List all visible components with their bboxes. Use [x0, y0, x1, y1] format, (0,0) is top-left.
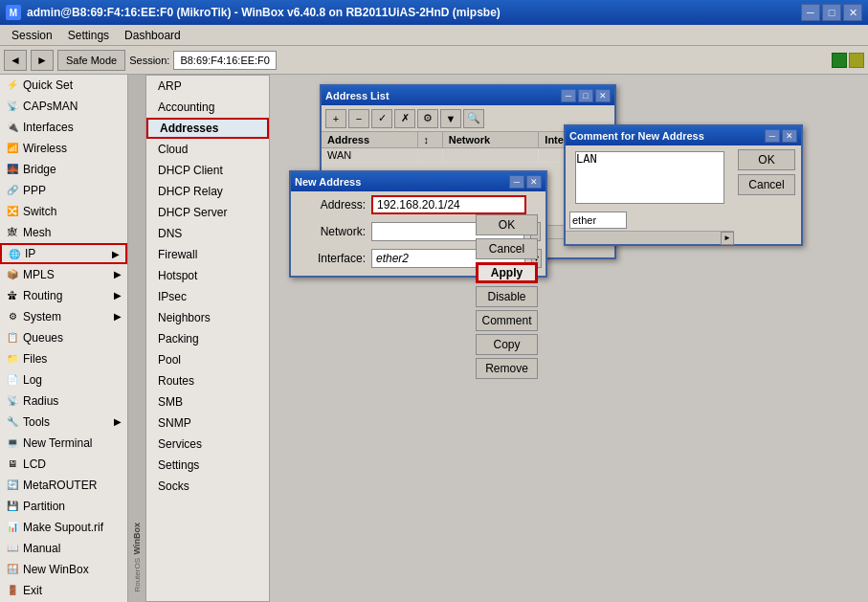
sidebar-item-new-terminal[interactable]: 💻 New Terminal [0, 433, 127, 454]
address-list-title-bar[interactable]: Address List ─ □ ✕ [322, 86, 614, 105]
minimize-button[interactable]: ─ [801, 4, 820, 21]
sidebar-item-new-winbox[interactable]: 🪟 New WinBox [0, 559, 127, 580]
sidebar-item-log[interactable]: 📄 Log [0, 369, 127, 390]
menu-dashboard[interactable]: Dashboard [117, 27, 189, 44]
new-address-title: New Address [295, 176, 361, 188]
addr-search-btn[interactable]: 🔍 [463, 109, 484, 128]
sidebar-item-mesh[interactable]: 🕸 Mesh [0, 222, 127, 243]
comment-scrollbar[interactable]: ► [566, 231, 734, 244]
menu-settings[interactable]: Settings [60, 27, 117, 44]
sidebar-item-queues[interactable]: 📋 Queues [0, 327, 127, 348]
sidebar-item-bridge[interactable]: 🌉 Bridge [0, 159, 127, 180]
disable-button[interactable]: Disable [476, 286, 538, 307]
addr-settings-btn[interactable]: ⚙ [417, 109, 438, 128]
session-label: Session: [129, 55, 169, 66]
submenu-accounting[interactable]: Accounting [146, 97, 269, 118]
submenu-pool[interactable]: Pool [146, 349, 269, 370]
sidebar-item-mpls[interactable]: 📦 MPLS ▶ [0, 264, 127, 285]
copy-button[interactable]: Copy [476, 334, 538, 355]
submenu-socks[interactable]: Socks [146, 476, 269, 497]
sidebar-item-metarouter[interactable]: 🔄 MetaROUTER [0, 475, 127, 496]
submenu-dhcp-server[interactable]: DHCP Server [146, 202, 269, 223]
comment-close-btn[interactable]: ✕ [782, 129, 797, 143]
submenu-addresses[interactable]: Addresses [146, 118, 269, 139]
submenu-pool-label: Pool [158, 353, 181, 367]
tools-icon: 🔧 [6, 415, 19, 429]
sidebar-item-make-supout[interactable]: 📊 Make Supout.rif [0, 517, 127, 538]
submenu-dhcp-relay[interactable]: DHCP Relay [146, 181, 269, 202]
col-sort[interactable]: ↕ [418, 132, 443, 147]
comment-body: LAN ► OK Cancel [566, 145, 801, 244]
sidebar-item-radius[interactable]: 📡 Radius [0, 390, 127, 412]
sidebar-item-quick-set[interactable]: ⚡ Quick Set [0, 75, 127, 96]
addr-list-close-btn[interactable]: ✕ [595, 89, 611, 102]
apply-button[interactable]: Apply [476, 262, 538, 283]
sidebar-item-wireless[interactable]: 📶 Wireless [0, 138, 127, 159]
addr-list-maximize-btn[interactable]: □ [578, 89, 593, 102]
submenu-settings[interactable]: Settings [146, 455, 269, 476]
sidebar-item-routing[interactable]: 🛣 Routing ▶ [0, 285, 127, 306]
comment-interface-input[interactable] [569, 212, 627, 229]
ip-submenu: ARP Accounting Addresses Cloud DHCP Clie… [145, 75, 270, 602]
close-button[interactable]: ✕ [843, 4, 862, 21]
addr-x-btn[interactable]: ✗ [394, 109, 415, 128]
remove-button[interactable]: Remove [476, 358, 538, 379]
comment-ok-button[interactable]: OK [738, 149, 795, 170]
sidebar-item-exit[interactable]: 🚪 Exit [0, 580, 127, 601]
comment-minimize-btn[interactable]: ─ [765, 129, 780, 143]
comment-input-row: LAN [566, 145, 734, 210]
submenu-neighbors[interactable]: Neighbors [146, 307, 269, 328]
submenu-smb[interactable]: SMB [146, 391, 269, 412]
sidebar-item-system[interactable]: ⚙ System ▶ [0, 306, 127, 327]
metarouter-icon: 🔄 [6, 479, 19, 492]
back-button[interactable]: ◄ [4, 50, 27, 71]
sidebar-item-tools[interactable]: 🔧 Tools ▶ [0, 412, 127, 433]
submenu-accounting-label: Accounting [158, 100, 214, 114]
ok-button[interactable]: OK [476, 214, 538, 235]
new-addr-close-btn[interactable]: ✕ [526, 175, 542, 189]
forward-button[interactable]: ► [31, 50, 54, 71]
maximize-button[interactable]: □ [822, 4, 841, 21]
submenu-ipsec[interactable]: IPsec [146, 286, 269, 307]
sidebar-item-ppp[interactable]: 🔗 PPP [0, 180, 127, 201]
addr-check-btn[interactable]: ✓ [371, 109, 392, 128]
sidebar-item-ip[interactable]: 🌐 IP ▶ [0, 243, 127, 264]
submenu-firewall[interactable]: Firewall [146, 244, 269, 265]
submenu-services[interactable]: Services [146, 434, 269, 455]
address-input[interactable] [371, 195, 526, 214]
submenu-routes[interactable]: Routes [146, 370, 269, 391]
sidebar-label-wireless: Wireless [23, 142, 67, 155]
addr-down-btn[interactable]: ▼ [440, 109, 461, 128]
submenu-snmp[interactable]: SNMP [146, 412, 269, 434]
sidebar-item-switch[interactable]: 🔀 Switch [0, 201, 127, 222]
cancel-button[interactable]: Cancel [476, 238, 538, 259]
submenu-cloud[interactable]: Cloud [146, 139, 269, 160]
row-address: WAN [322, 148, 418, 162]
make-supout-icon: 📊 [6, 521, 19, 534]
new-address-title-bar[interactable]: New Address ─ ✕ [291, 172, 545, 191]
submenu-arp[interactable]: ARP [146, 76, 269, 97]
submenu-hotspot[interactable]: Hotspot [146, 265, 269, 286]
sidebar-item-manual[interactable]: 📖 Manual [0, 538, 127, 559]
sidebar-item-partition[interactable]: 💾 Partition [0, 496, 127, 517]
comment-button[interactable]: Comment [476, 310, 538, 331]
menu-session[interactable]: Session [4, 27, 60, 44]
submenu-packing[interactable]: Packing [146, 328, 269, 349]
sidebar-item-interfaces[interactable]: 🔌 Interfaces [0, 117, 127, 138]
submenu-dns[interactable]: DNS [146, 223, 269, 244]
addr-list-minimize-btn[interactable]: ─ [561, 89, 576, 102]
sidebar-item-lcd[interactable]: 🖥 LCD [0, 454, 127, 475]
submenu-dhcp-client[interactable]: DHCP Client [146, 160, 269, 181]
sidebar-item-files[interactable]: 📁 Files [0, 348, 127, 369]
new-address-form: Address: Network: ▼ Interface: ▼ OK [291, 191, 545, 276]
comment-cancel-button[interactable]: Cancel [738, 174, 795, 195]
sidebar-label-make-supout: Make Supout.rif [23, 521, 103, 534]
new-addr-minimize-btn[interactable]: ─ [509, 175, 524, 189]
addr-add-btn[interactable]: + [325, 109, 346, 128]
safe-mode-button[interactable]: Safe Mode [57, 50, 125, 71]
comment-textarea[interactable]: LAN [575, 151, 724, 204]
sidebar-item-capsman[interactable]: 📡 CAPsMAN [0, 96, 127, 117]
addr-remove-btn[interactable]: − [348, 109, 369, 128]
comment-title-bar[interactable]: Comment for New Address ─ ✕ [566, 126, 801, 145]
comment-scroll-right[interactable]: ► [721, 232, 734, 245]
